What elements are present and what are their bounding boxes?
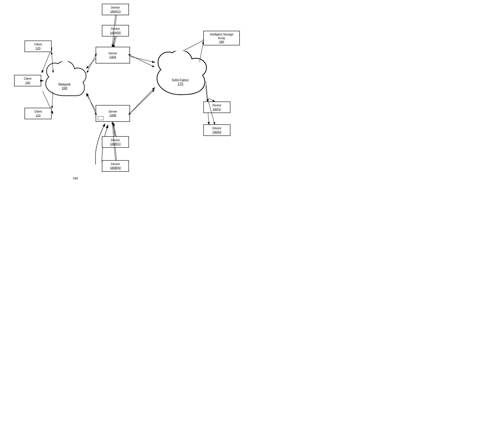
device-160a1-ref: 160A(1) xyxy=(110,9,120,13)
svg-line-37 xyxy=(208,98,215,101)
diagram: Network 150 SAN Fabric 170 Device 160A(1… xyxy=(0,0,252,214)
network-150-label: Network xyxy=(58,82,71,86)
device-1801-box: Device 180(1) xyxy=(203,101,230,113)
network-150-cloud: Network 150 xyxy=(42,61,87,100)
server-140b-box: Server 140B xyxy=(96,105,130,122)
ref-195-label: 195 xyxy=(73,176,78,180)
network-150-ref: 150 xyxy=(58,86,71,90)
client-110-box: Client 110 xyxy=(24,108,52,119)
device-180n-label: Device xyxy=(213,126,221,130)
device-160an-box: Device 160A(N) xyxy=(102,25,129,36)
svg-line-7 xyxy=(129,87,155,115)
device-160b1-label: Device xyxy=(111,138,120,142)
svg-line-3 xyxy=(113,36,116,48)
device-160bn-ref: 160B(N) xyxy=(110,166,121,170)
svg-line-17 xyxy=(181,39,206,52)
client-120-ref: 120 xyxy=(36,46,40,50)
device-160bn-label: Device xyxy=(111,162,120,166)
device-160an-ref: 160A(N) xyxy=(110,31,121,34)
device-180n-ref: 180(N) xyxy=(213,130,221,134)
device-1801-label: Device xyxy=(213,103,221,107)
svg-line-27 xyxy=(130,90,154,113)
san-fabric-170-cloud: SAN Fabric 170 xyxy=(152,51,209,99)
svg-line-23 xyxy=(112,36,115,47)
svg-line-25 xyxy=(130,55,154,67)
server-140a-ref: 140A xyxy=(109,55,116,59)
svg-line-15 xyxy=(113,123,116,137)
server-140b-label: Server xyxy=(109,110,117,113)
client-120-label: Client xyxy=(34,42,42,46)
client-130-ref: 130 xyxy=(25,81,30,84)
device-160bn-box: Device 160B(N) xyxy=(102,160,129,172)
isa-190-ref: 190 xyxy=(219,40,224,44)
san-fabric-170-ref: 170 xyxy=(172,82,189,86)
svg-line-34 xyxy=(112,122,115,136)
device-160a1-label: Device xyxy=(111,6,120,9)
server-140a-label: Server xyxy=(109,51,117,55)
client-130-box: Client 130 xyxy=(14,75,41,86)
san-fabric-170-label: SAN Fabric xyxy=(172,78,189,82)
client-130-label: Client xyxy=(24,77,32,81)
server-140b-ref: 140B xyxy=(109,113,116,117)
client-120-box: Client 120 xyxy=(24,41,52,52)
client-110-label: Client xyxy=(34,110,42,113)
device-160a1-box: Device 160A(1) xyxy=(102,4,129,15)
device-180n-box: Device 180(N) xyxy=(203,124,230,136)
device-160an-label: Device xyxy=(111,27,120,31)
svg-line-5 xyxy=(129,56,155,62)
isa-190-box: Intelligent StorageArray 190 xyxy=(203,31,240,45)
svg-line-24 xyxy=(87,55,96,73)
device-160b1-ref: 160B(1) xyxy=(110,142,120,146)
client-110-ref: 110 xyxy=(36,114,40,117)
svg-line-26 xyxy=(87,93,96,113)
device-160b1-box: Device 160B(1) xyxy=(102,136,129,148)
server-140a-box: Server 140A xyxy=(96,47,130,64)
isa-190-label: Intelligent StorageArray xyxy=(210,33,233,40)
device-1801-ref: 180(1) xyxy=(213,107,221,111)
